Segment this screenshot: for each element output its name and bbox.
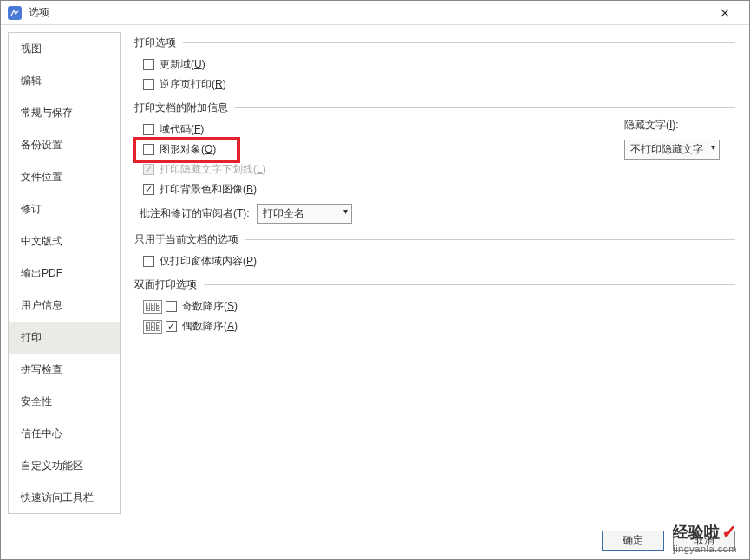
label-update-fields: 更新域(U) xyxy=(160,57,205,72)
group-title-doc-info: 打印文档的附加信息 xyxy=(134,101,735,115)
sidebar-item-revision[interactable]: 修订 xyxy=(9,193,120,225)
sidebar-item-view[interactable]: 视图 xyxy=(9,33,120,65)
sidebar-item-quick-access[interactable]: 快速访问工具栏 xyxy=(9,482,120,514)
sidebar-item-trust-center[interactable]: 信任中心 xyxy=(9,418,120,450)
row-even-desc: 642 偶数降序(A) xyxy=(143,319,735,334)
group-duplex: 双面打印选项 135 奇数降序(S) 642 偶数降序(A) xyxy=(134,277,735,334)
checkbox-update-fields[interactable] xyxy=(143,59,154,70)
label-bg-images: 打印背景色和图像(B) xyxy=(160,182,257,197)
checkbox-field-codes[interactable] xyxy=(143,124,154,135)
sidebar-item-security[interactable]: 安全性 xyxy=(9,386,120,418)
label-form-fields: 仅打印窗体域内容(P) xyxy=(160,254,257,269)
sidebar-item-spellcheck[interactable]: 拼写检查 xyxy=(9,354,120,386)
content-panel: 打印选项 更新域(U) 逆序页打印(R) 打印文档的附加信息 隐藏文字(I): … xyxy=(124,25,749,521)
sidebar-item-edit[interactable]: 编辑 xyxy=(9,65,120,97)
sidebar-item-general-save[interactable]: 常规与保存 xyxy=(9,97,120,129)
sidebar-item-backup[interactable]: 备份设置 xyxy=(9,129,120,161)
sidebar-item-chinese-layout[interactable]: 中文版式 xyxy=(9,225,120,257)
window-title: 选项 xyxy=(29,5,708,20)
row-odd-desc: 135 奇数降序(S) xyxy=(143,299,735,314)
sidebar-item-print[interactable]: 打印 xyxy=(9,322,120,354)
group-title-print-options: 打印选项 xyxy=(134,36,735,50)
options-dialog: 选项 视图 编辑 常规与保存 备份设置 文件位置 修订 中文版式 输出PDF 用… xyxy=(0,0,750,560)
group-current-doc: 只用于当前文档的选项 仅打印窗体域内容(P) xyxy=(134,232,735,269)
titlebar: 选项 xyxy=(1,1,749,25)
group-title-current-doc: 只用于当前文档的选项 xyxy=(134,232,735,247)
checkbox-form-fields[interactable] xyxy=(143,256,154,267)
row-form-fields: 仅打印窗体域内容(P) xyxy=(143,254,735,269)
sidebar-item-file-location[interactable]: 文件位置 xyxy=(9,161,120,193)
row-hidden-underline: 打印隐藏文字下划线(L) xyxy=(143,162,735,177)
label-graphic-objects: 图形对象(O) xyxy=(160,142,216,157)
dropdown-reviewer[interactable]: 打印全名 xyxy=(257,204,352,224)
cancel-button[interactable]: 取消 xyxy=(673,531,735,551)
row-graphic-objects: 图形对象(O) xyxy=(143,142,735,157)
checkbox-even-desc[interactable] xyxy=(166,321,177,332)
row-update-fields: 更新域(U) xyxy=(143,57,735,72)
dialog-footer: 确定 取消 经验啦✓ jingyanla.com xyxy=(1,521,749,559)
checkbox-graphic-objects[interactable] xyxy=(143,144,154,155)
app-icon xyxy=(8,6,22,20)
group-title-duplex: 双面打印选项 xyxy=(134,277,735,292)
row-reverse-print: 逆序页打印(R) xyxy=(143,77,735,92)
dialog-body: 视图 编辑 常规与保存 备份设置 文件位置 修订 中文版式 输出PDF 用户信息… xyxy=(1,25,749,521)
label-hidden-underline: 打印隐藏文字下划线(L) xyxy=(160,162,266,177)
row-field-codes: 域代码(F) xyxy=(143,122,735,137)
label-reviewer: 批注和修订的审阅者(T): xyxy=(140,206,250,221)
checkbox-reverse-print[interactable] xyxy=(143,79,154,90)
sidebar-item-custom-ribbon[interactable]: 自定义功能区 xyxy=(9,450,120,482)
odd-pages-icon: 135 xyxy=(143,300,162,314)
close-button[interactable] xyxy=(708,1,742,25)
row-bg-images: 打印背景色和图像(B) xyxy=(143,182,735,197)
even-pages-icon: 642 xyxy=(143,320,162,334)
sidebar-item-output-pdf[interactable]: 输出PDF xyxy=(9,257,120,290)
checkbox-bg-images[interactable] xyxy=(143,184,154,195)
row-reviewer: 批注和修订的审阅者(T): 打印全名 xyxy=(140,204,735,224)
group-print-options: 打印选项 更新域(U) 逆序页打印(R) xyxy=(134,36,735,92)
checkbox-odd-desc[interactable] xyxy=(166,301,177,312)
ok-button[interactable]: 确定 xyxy=(602,531,664,551)
label-reverse-print: 逆序页打印(R) xyxy=(160,77,226,92)
label-field-codes: 域代码(F) xyxy=(160,122,204,137)
sidebar: 视图 编辑 常规与保存 备份设置 文件位置 修订 中文版式 输出PDF 用户信息… xyxy=(8,32,121,514)
label-odd-desc: 奇数降序(S) xyxy=(182,299,238,314)
sidebar-item-user-info[interactable]: 用户信息 xyxy=(9,290,120,322)
label-even-desc: 偶数降序(A) xyxy=(182,319,238,334)
checkbox-hidden-underline xyxy=(143,164,154,175)
group-doc-info: 打印文档的附加信息 隐藏文字(I): 不打印隐藏文字 域代码(F) 图形对象(O… xyxy=(134,101,735,224)
